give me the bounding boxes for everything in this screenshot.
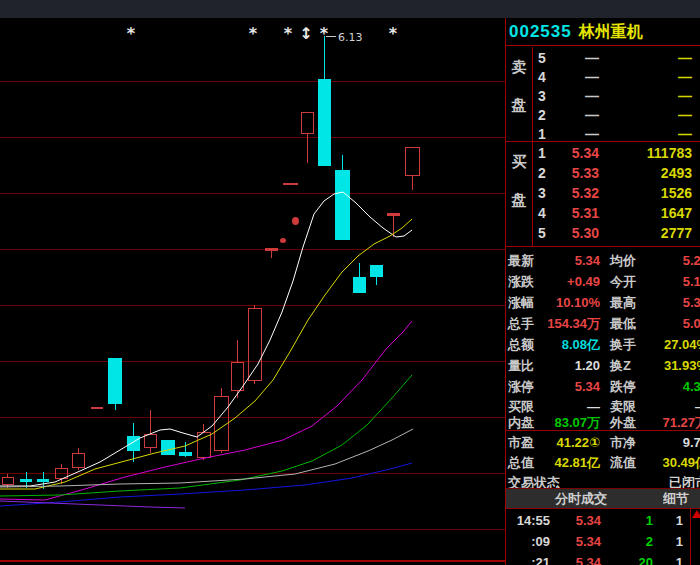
txn-row[interactable]: 14:555.3411 <box>506 511 700 531</box>
volume-cell: 111783 <box>532 143 692 163</box>
sell-buy-divider <box>506 141 700 142</box>
quote-stats: 最新5.34均价5.24涨跌+0.49今开5.13涨幅10.10%最高5.34总… <box>506 248 700 488</box>
volume-cell: — <box>532 105 692 125</box>
book-bottom-divider <box>506 246 700 247</box>
stat-row: 总额8.08亿换手27.04% <box>506 335 700 354</box>
chart-asterisk-mark: * <box>284 24 293 43</box>
scrollbar-track[interactable] <box>690 509 691 565</box>
chart-asterisk-mark: * <box>127 24 136 43</box>
txn-count: 1 <box>506 532 683 552</box>
sell-row: 3—— <box>532 86 700 106</box>
order-book: 卖盘 买盘 5——4——3——2——1—— 15.3411178325.3324… <box>506 47 700 247</box>
volume-cell: 2493 <box>532 163 692 183</box>
stat-value: 27.04% <box>506 335 700 354</box>
stock-title: 002535林州重机 <box>506 18 700 46</box>
stock-name: 林州重机 <box>579 23 643 40</box>
stat-row: 涨跌+0.49今开5.13 <box>506 272 700 291</box>
stat-value: 30.49亿 <box>506 453 700 472</box>
bottom-tabbar: 分时成交 细节 <box>506 488 700 509</box>
stat-row: 涨停5.34跌停4.37 <box>506 377 700 396</box>
sell-row: 4—— <box>532 67 700 87</box>
stock-code: 002535 <box>509 22 572 41</box>
stat-value: 5.02 <box>506 314 700 333</box>
stat-row: 涨幅10.10%最高5.34 <box>506 293 700 312</box>
txn-row[interactable]: :215.34201 <box>506 553 700 565</box>
volume-cell: 2777 <box>532 223 692 243</box>
scroll-up-icon[interactable] <box>692 510 700 518</box>
volume-cell: 1647 <box>532 203 692 223</box>
buy-row: 45.311647 <box>532 203 700 223</box>
stat-row: 量比1.20换Z31.93% <box>506 356 700 375</box>
high-price-annotation: 6.13 <box>338 31 363 44</box>
quote-panel: 002535林州重机 卖盘 买盘 5——4——3——2——1—— 15.3411… <box>505 18 700 565</box>
buy-row: 25.332493 <box>532 163 700 183</box>
stat-value: 31.93% <box>506 356 700 375</box>
window-titlebar <box>0 0 700 18</box>
stat-row: 总手154.34万最低5.02 <box>506 314 700 333</box>
buy-row: 35.321526 <box>532 183 700 203</box>
chart-asterisk-mark: * <box>389 24 398 43</box>
txn-count: 1 <box>506 553 683 565</box>
txn-count: 1 <box>506 511 683 531</box>
sell-row: 2—— <box>532 105 700 125</box>
kline-chart[interactable]: ***↕**6.13 <box>0 0 505 565</box>
tick-trade-list: 14:555.3411:095.3421:215.34201 <box>506 509 700 565</box>
stat-row: 总值42.81亿流值30.49亿 <box>506 453 700 472</box>
sell-side-label: 卖盘 <box>506 48 532 141</box>
volume-cell: — <box>532 48 692 68</box>
buy-row: 55.302777 <box>532 223 700 243</box>
stat-value: 5.13 <box>506 272 700 291</box>
stat-row: 最新5.34均价5.24 <box>506 251 700 270</box>
volume-cell: — <box>532 67 692 87</box>
txn-row[interactable]: :095.3421 <box>506 532 700 552</box>
volume-cell: 1526 <box>532 183 692 203</box>
tab-detail[interactable]: 细节 <box>663 489 690 508</box>
chart-asterisk-mark: * <box>249 24 258 43</box>
kline-chart-canvas[interactable]: ***↕**6.13 <box>0 0 505 565</box>
stat-value: 4.37 <box>506 377 700 396</box>
stat-row: 市盈41.22①市净9.79 <box>506 433 700 452</box>
stat-value: 5.24 <box>506 251 700 270</box>
stats-divider <box>506 430 700 431</box>
stat-value: 5.34 <box>506 293 700 312</box>
buy-side-label: 买盘 <box>506 143 532 246</box>
chart-asterisk-mark: * <box>320 24 329 43</box>
sell-row: 5—— <box>532 48 700 68</box>
buy-row: 15.34111783 <box>532 143 700 163</box>
stat-value: 9.79 <box>506 433 700 452</box>
tab-tick-trades[interactable]: 分时成交 <box>506 489 656 508</box>
chart-asterisk-mark: ↕ <box>299 24 312 43</box>
volume-cell: — <box>532 86 692 106</box>
